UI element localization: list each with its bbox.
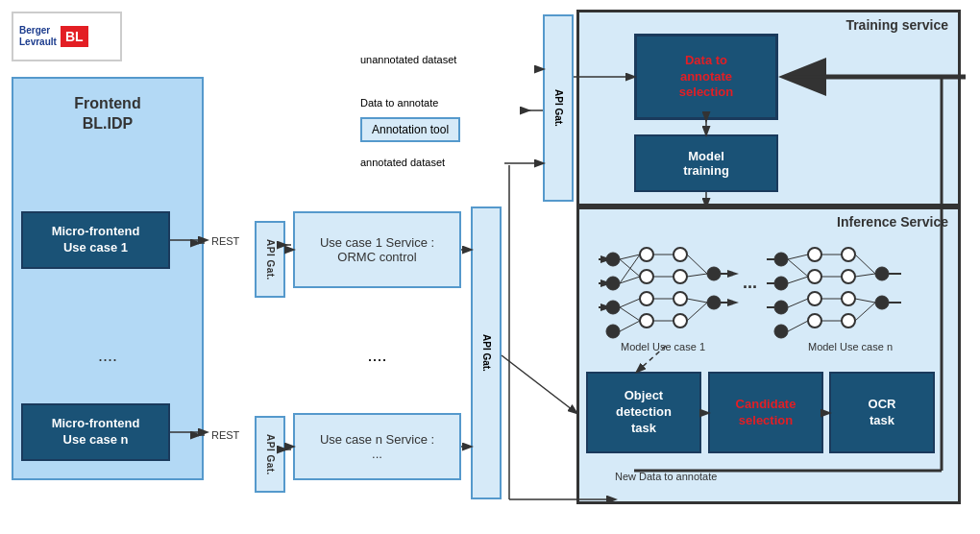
inference-service-title: Inference Service: [579, 209, 958, 234]
svg-line-19: [620, 307, 640, 321]
svg-line-16: [620, 277, 640, 283]
svg-point-48: [875, 296, 889, 309]
logo-bl: BL: [61, 26, 88, 47]
micro-frontend-1: Micro-frontend Use case 1: [21, 211, 170, 269]
svg-point-9: [674, 270, 687, 283]
model-training-box: Model training: [634, 134, 778, 192]
api-gateway-n: API Gat.: [255, 416, 285, 493]
api-gateway-1: API Gat.: [255, 221, 285, 298]
svg-line-15: [620, 259, 640, 277]
svg-line-53: [788, 321, 808, 331]
svg-point-38: [774, 325, 788, 338]
svg-point-43: [842, 248, 855, 261]
svg-line-18: [620, 299, 640, 307]
rest-label-1: REST: [211, 235, 239, 247]
new-data-label: New Data to annotate: [615, 471, 717, 482]
svg-point-6: [640, 292, 653, 305]
logo: Berger Levrault BL: [12, 12, 122, 61]
svg-point-2: [606, 301, 620, 314]
micro-frontend-n: Micro-frontend Use case n: [21, 403, 170, 461]
svg-line-58: [855, 255, 875, 274]
model-uc1-label: Model Use case 1: [615, 341, 711, 352]
svg-point-13: [707, 296, 721, 309]
svg-line-52: [788, 299, 808, 307]
data-annotate-selection-box: Data to annotate selection: [634, 34, 778, 120]
svg-line-61: [855, 303, 875, 321]
svg-line-59: [855, 274, 875, 277]
data-to-annotate-label: Data to annotate: [360, 96, 438, 109]
usecase-n-box: Use case n Service : ...: [293, 413, 461, 480]
svg-line-27: [687, 299, 707, 303]
svg-point-42: [808, 314, 821, 328]
api-gateway-top: API Gat.: [543, 14, 574, 202]
middle-dots: ....: [293, 346, 461, 366]
svg-point-8: [674, 248, 687, 261]
rest-label-n: REST: [211, 429, 239, 441]
frontend-title: Frontend BL.IDP: [13, 94, 202, 134]
annotated-label: annotated dataset: [360, 156, 445, 169]
svg-point-39: [808, 248, 821, 261]
svg-point-41: [808, 292, 821, 305]
svg-point-35: [774, 253, 788, 266]
svg-point-7: [640, 314, 653, 328]
svg-line-50: [788, 259, 808, 277]
svg-point-40: [808, 270, 821, 283]
candidate-selection-box: Candidate selection: [708, 372, 823, 453]
svg-point-37: [774, 301, 788, 314]
svg-point-12: [707, 267, 721, 280]
svg-point-0: [606, 253, 620, 266]
svg-point-5: [640, 270, 653, 283]
svg-line-28: [687, 303, 707, 321]
svg-point-45: [842, 292, 855, 305]
annotation-tool-box: Annotation tool: [360, 113, 460, 146]
svg-text:...: ...: [743, 273, 757, 292]
model-ucn-label: Model Use case n: [802, 341, 898, 352]
usecase-1-box: Use case 1 Service : ORMC control: [293, 211, 461, 288]
svg-line-60: [855, 299, 875, 303]
object-detection-box: Object detection task: [586, 372, 701, 453]
svg-point-10: [674, 292, 687, 305]
svg-point-3: [606, 325, 620, 338]
svg-line-51: [788, 277, 808, 283]
unannotated-label: unannotated dataset: [360, 53, 456, 66]
svg-point-4: [640, 248, 653, 261]
svg-point-1: [606, 277, 620, 290]
svg-line-26: [687, 274, 707, 277]
svg-point-36: [774, 277, 788, 290]
ocr-task-box: OCR task: [829, 372, 935, 453]
logo-text: Berger Levrault: [19, 25, 57, 48]
svg-point-11: [674, 314, 687, 328]
svg-line-25: [687, 255, 707, 274]
svg-point-46: [842, 314, 855, 328]
api-gateway-mid: API Gat.: [471, 206, 502, 499]
frontend-dots: ....: [12, 346, 204, 366]
svg-point-44: [842, 270, 855, 283]
svg-line-20: [620, 321, 640, 331]
svg-point-47: [875, 267, 889, 280]
svg-line-49: [788, 255, 808, 259]
neural-network-diagram: ...: [584, 235, 954, 341]
svg-line-90: [502, 355, 576, 413]
